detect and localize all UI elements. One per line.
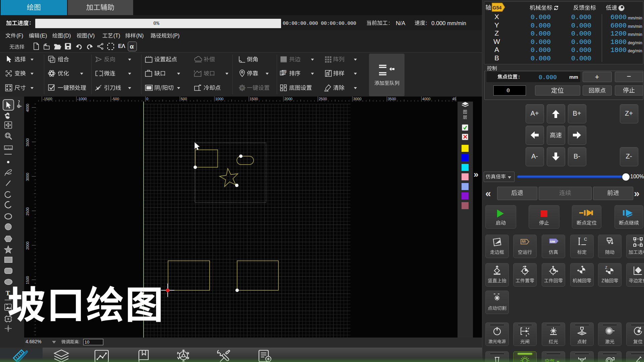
- svg-text:Z: Z: [605, 265, 607, 269]
- svg-text:C: C: [584, 237, 587, 242]
- svg-text:SIM: SIM: [550, 240, 555, 243]
- svg-text:G54: G54: [493, 5, 502, 10]
- svg-text:3: 3: [285, 70, 287, 73]
- svg-text:1: 1: [241, 86, 243, 90]
